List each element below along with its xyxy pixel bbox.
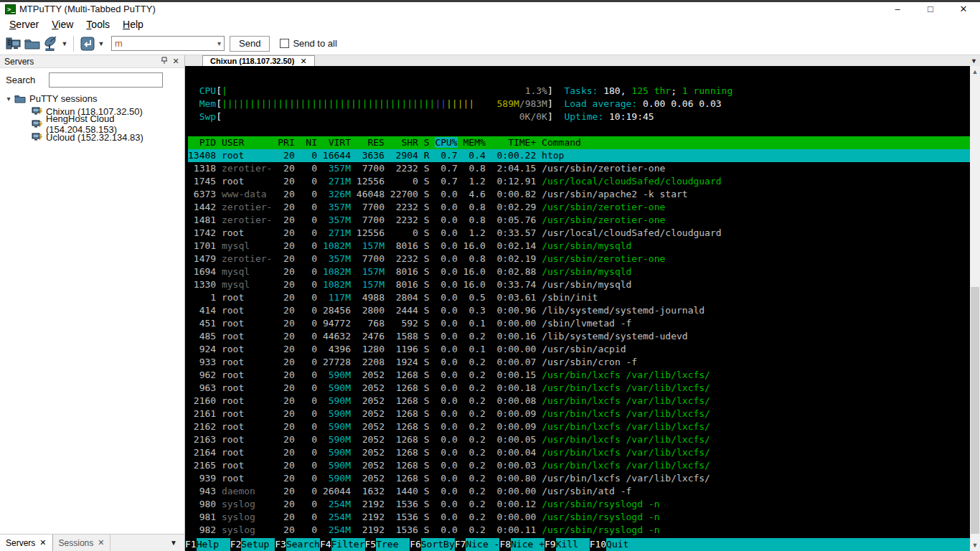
process-row-1318[interactable]: 1318 zerotier- 20 0 357M 7700 2232 S 0.7…: [188, 162, 970, 175]
search-label: Search: [6, 75, 49, 85]
command-combobox[interactable]: m ▾: [111, 36, 225, 51]
session-tab-bar: Chixun (118.107.32.50) ✕ ▼: [185, 55, 980, 66]
process-row-980[interactable]: 980 syslog 20 0 254M 2192 1536 S 0.0 0.2…: [188, 498, 970, 511]
combobox-chevron-icon[interactable]: ▾: [217, 39, 224, 47]
fkey-f9-label[interactable]: Kill: [556, 538, 590, 551]
fkey-f1-label[interactable]: Help: [197, 538, 230, 551]
htop-output: CPU[| 1.3%] Tasks: 180, 125 thr; 1 runni…: [185, 66, 970, 537]
servers-panel-title: Servers: [4, 57, 34, 67]
process-row-2160[interactable]: 2160 root 20 0 590M 2052 1268 S 0.0 0.2 …: [188, 395, 970, 408]
menu-item-server[interactable]: Server: [3, 17, 45, 32]
scrollbar-thumb[interactable]: [971, 287, 979, 534]
process-row-924[interactable]: 924 root 20 0 4396 1280 1196 S 0.0 0.1 0…: [188, 343, 970, 356]
scrollbar-down-icon[interactable]: ▼: [970, 540, 980, 551]
fkey-f10-label[interactable]: Quit: [606, 538, 640, 551]
scrollbar-up-icon[interactable]: ▲: [970, 66, 980, 77]
process-row-1442[interactable]: 1442 zerotier- 20 0 357M 7700 2232 S 0.0…: [188, 201, 970, 214]
process-row-414[interactable]: 414 root 20 0 28456 2800 2444 S 0.0 0.3 …: [188, 304, 970, 317]
process-row-1481[interactable]: 1481 zerotier- 20 0 357M 7700 2232 S 0.0…: [188, 214, 970, 227]
process-row-1701[interactable]: 1701 mysql 20 0 1082M 157M 8016 S 0.0 16…: [188, 240, 970, 253]
session-icon: [32, 120, 42, 129]
process-row-1694[interactable]: 1694 mysql 20 0 1082M 157M 8016 S 0.0 16…: [188, 265, 970, 278]
process-row-2163[interactable]: 2163 root 20 0 590M 2052 1268 S 0.0 0.2 …: [188, 433, 970, 446]
session-tab-close-icon[interactable]: ✕: [300, 57, 306, 66]
sessions-folder-icon: [14, 94, 26, 103]
process-row-2165[interactable]: 2165 root 20 0 590M 2052 1268 S 0.0 0.2 …: [188, 459, 970, 472]
cpu-meter: CPU[| 1.3%] Tasks: 180, 125 thr; 1 runni…: [188, 85, 970, 98]
fkey-f6-label[interactable]: SortBy: [421, 538, 455, 551]
fkey-f2-label[interactable]: Setup: [241, 538, 275, 551]
fkey-f6[interactable]: F6: [410, 538, 421, 551]
process-row-939[interactable]: 939 root 20 0 590M 2052 1268 S 0.0 0.2 0…: [188, 472, 970, 485]
terminal-screen[interactable]: CPU[| 1.3%] Tasks: 180, 125 thr; 1 runni…: [185, 66, 970, 551]
process-row-2161[interactable]: 2161 root 20 0 590M 2052 1268 S 0.0 0.2 …: [188, 408, 970, 420]
tree-root-label: PuTTY sessions: [29, 93, 97, 104]
panel-tabs-dropdown-icon[interactable]: ▼: [170, 534, 184, 551]
panel-tab-close-icon[interactable]: ✕: [98, 538, 104, 547]
pin-icon[interactable]: [159, 57, 170, 66]
fkey-f4[interactable]: F4: [320, 538, 331, 551]
panel-tab-close-icon[interactable]: ✕: [39, 538, 46, 547]
process-row-1745[interactable]: 1745 root 20 0 271M 12556 0 S 0.7 1.2 0:…: [188, 175, 970, 188]
fkey-f10[interactable]: F10: [590, 538, 606, 551]
fkey-f3[interactable]: F3: [275, 538, 286, 551]
fkey-f5-label[interactable]: Tree: [376, 538, 410, 551]
process-row-451[interactable]: 451 root 20 0 94772 768 592 S 0.0 0.1 0:…: [188, 317, 970, 330]
tree-node-putty-sessions[interactable]: ▾ PuTTY sessions: [3, 92, 184, 105]
process-row-981[interactable]: 981 syslog 20 0 254M 2192 1536 S 0.0 0.2…: [188, 511, 970, 524]
send-script-icon[interactable]: [78, 35, 97, 52]
terminal-scrollbar[interactable]: ▲ ▼: [970, 66, 980, 551]
process-row-1742[interactable]: 1742 root 20 0 271M 12556 0 S 0.0 1.2 0:…: [188, 227, 970, 240]
fkey-f7-label[interactable]: Nice -: [466, 538, 499, 551]
command-combobox-value: m: [115, 38, 217, 49]
process-row-1[interactable]: 1 root 20 0 117M 4988 2804 S 0.0 0.5 0:0…: [188, 291, 970, 304]
process-row-962[interactable]: 962 root 20 0 590M 2052 1268 S 0.0 0.2 0…: [188, 369, 970, 382]
process-table-header[interactable]: PID USER PRI NI VIRT RES SHR S CPU% MEM%…: [188, 136, 970, 149]
session-tab-chixun[interactable]: Chixun (118.107.32.50) ✕: [202, 55, 315, 66]
send-to-all-checkbox[interactable]: [280, 39, 289, 48]
process-row-13408[interactable]: 13408 root 20 0 16644 3636 2904 R 0.7 0.…: [188, 149, 970, 162]
process-row-485[interactable]: 485 root 20 0 44632 2476 1588 S 0.0 0.2 …: [188, 330, 970, 343]
search-input[interactable]: [49, 72, 163, 88]
fkey-f4-label[interactable]: Filter: [331, 538, 365, 551]
send-script-dropdown-arrow[interactable]: ▼: [97, 40, 105, 47]
connect-dropdown-arrow[interactable]: ▼: [60, 40, 69, 47]
fkey-f8-label[interactable]: Nice +: [511, 538, 545, 551]
fkey-f9[interactable]: F9: [545, 538, 556, 551]
process-row-6373[interactable]: 6373 www-data 20 0 326M 46048 22700 S 0.…: [188, 188, 970, 201]
send-button[interactable]: Send: [230, 36, 270, 52]
panel-close-icon[interactable]: ✕: [170, 57, 182, 66]
servers-panel: Servers ✕ Search ▾ PuTTY sessions: [0, 55, 185, 551]
process-row-933[interactable]: 933 root 20 0 27728 2208 1924 S 0.0 0.2 …: [188, 356, 970, 369]
panel-tab-servers[interactable]: Servers ✕: [0, 534, 53, 551]
send-to-all-option[interactable]: Send to all: [280, 38, 336, 49]
process-row-1479[interactable]: 1479 zerotier- 20 0 357M 7700 2232 S 0.0…: [188, 253, 970, 265]
maximize-button[interactable]: □: [914, 2, 947, 16]
panel-tab-strip: Servers ✕ Sessions ✕ ▼: [0, 534, 184, 551]
minimize-button[interactable]: –: [881, 2, 914, 16]
fkey-f7[interactable]: F7: [455, 538, 466, 551]
process-row-982[interactable]: 982 syslog 20 0 254M 2192 1536 S 0.0 0.2…: [188, 524, 970, 537]
folder-icon[interactable]: [23, 35, 42, 52]
menu-item-view[interactable]: View: [45, 17, 80, 32]
fkey-f8[interactable]: F8: [499, 538, 511, 551]
fkey-f5[interactable]: F5: [365, 538, 377, 551]
process-row-963[interactable]: 963 root 20 0 590M 2052 1268 S 0.0 0.2 0…: [188, 382, 970, 395]
fkey-f1[interactable]: F1: [185, 538, 197, 551]
process-row-2164[interactable]: 2164 root 20 0 590M 2052 1268 S 0.0 0.2 …: [188, 446, 970, 459]
process-row-2162[interactable]: 2162 root 20 0 590M 2052 1268 S 0.0 0.2 …: [188, 420, 970, 433]
menu-item-help[interactable]: Help: [116, 17, 150, 32]
session-item-henghost[interactable]: HengHost Cloud (154.204.58.153): [3, 118, 184, 131]
terminal-blank-line: [188, 72, 970, 85]
tree-expand-icon[interactable]: ▾: [3, 95, 14, 103]
panel-tab-sessions[interactable]: Sessions ✕: [53, 534, 111, 551]
process-row-943[interactable]: 943 daemon 20 0 26044 1632 1440 S 0.0 0.…: [188, 485, 970, 498]
servers-icon[interactable]: [4, 35, 23, 52]
fkey-f3-label[interactable]: Search: [286, 538, 320, 551]
tab-list-dropdown-icon[interactable]: ▼: [971, 57, 977, 65]
menu-item-tools[interactable]: Tools: [80, 17, 116, 32]
fkey-f2[interactable]: F2: [230, 538, 242, 551]
connect-icon[interactable]: [42, 35, 60, 52]
close-button[interactable]: ✕: [947, 2, 980, 16]
process-row-1330[interactable]: 1330 mysql 20 0 1082M 157M 8016 S 0.0 16…: [188, 278, 970, 291]
